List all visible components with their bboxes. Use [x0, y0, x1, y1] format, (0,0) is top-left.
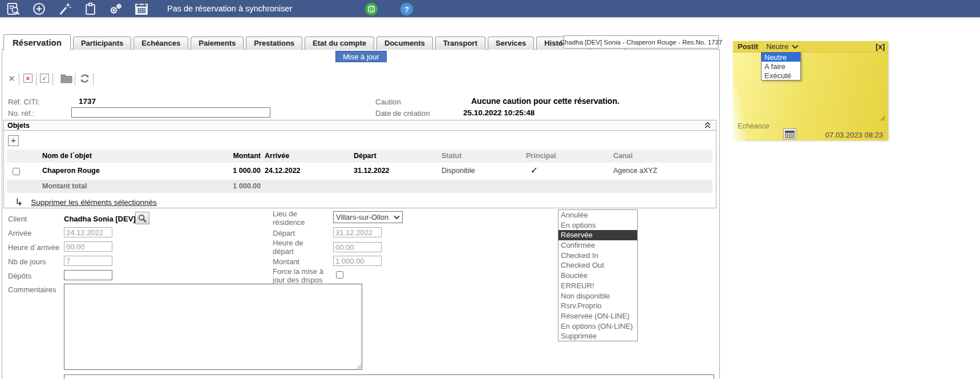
total-value: 1 000.00 [189, 182, 261, 190]
status-option-reservee[interactable]: Réservée [558, 230, 637, 240]
status-option-reservee-online[interactable]: Réservée (ON-LINE) [558, 311, 637, 321]
status-option-en-options-online[interactable]: En options (ON-LINE) [558, 321, 637, 332]
add-object-button[interactable]: + [8, 135, 19, 146]
depart-input [333, 227, 382, 237]
collapse-section-icon[interactable] [704, 122, 711, 129]
row-canal: Agence aXYZ [613, 167, 657, 175]
status-option-non-disponible[interactable]: Non disponible [558, 291, 637, 301]
sync-status-icon[interactable] [365, 3, 378, 15]
tab-echeances[interactable]: Echéances [133, 37, 188, 50]
postit-resize-handle[interactable] [878, 113, 885, 123]
app-window: Pas de réservation à synchroniser ? Rése… [0, 0, 980, 379]
postit-option-neutre[interactable]: Neutre [762, 53, 800, 62]
status-option-bouclee[interactable]: Bouclée [558, 271, 637, 281]
tab-transport[interactable]: Transport [435, 37, 485, 50]
creation-date-label: Date de création [375, 109, 430, 118]
chevron-down-icon [792, 45, 799, 49]
postit-option-execute[interactable]: Exécuté [762, 71, 800, 80]
branch-arrow-icon: ↳ [15, 196, 23, 208]
postit-header: Postit Neutre [x] [733, 41, 888, 53]
ref-citi-label: Réf. CITI: [8, 98, 40, 106]
postit-option-a-faire[interactable]: A faire [762, 62, 800, 71]
tab-participants[interactable]: Participants [73, 37, 131, 50]
depart-label: Départ [273, 229, 295, 237]
objets-title: Objets [4, 122, 30, 130]
heure-arrivee-input [64, 241, 112, 252]
force-dispos-label: Force la mise à jour des dispos [273, 267, 330, 284]
montant-label: Montant [273, 257, 299, 266]
status-option-annulee[interactable]: Annulée [558, 210, 637, 220]
refresh-icon[interactable] [79, 73, 90, 84]
update-button[interactable]: Mise à jour [335, 51, 387, 62]
nb-jours-input [64, 256, 112, 266]
table-total-row: Montant total 1 000.00 [7, 180, 712, 193]
reservation-search-icon[interactable] [6, 1, 21, 16]
status-option-checked-out[interactable]: Checked Out [558, 260, 637, 271]
col-canal: Canal [613, 152, 633, 160]
help-icon[interactable]: ? [400, 3, 413, 15]
postit-status-menu: Neutre A faire Exécuté [761, 52, 801, 80]
clipboard-icon[interactable] [83, 1, 98, 16]
table-row: Chaperon Rouge 1 000.00 24.12.2022 31.12… [7, 164, 712, 178]
cancel-x-icon[interactable]: ✕ [8, 74, 15, 84]
delete-reservation-icon[interactable]: ✕ [23, 74, 33, 83]
status-option-checked-in[interactable]: Checked In [558, 251, 637, 261]
status-option-erreur[interactable]: ERREUR! [558, 281, 637, 291]
objets-table-header: Nom de l´objet Montant Arrivée Départ St… [7, 150, 712, 163]
delete-selected-link[interactable]: Supprimer les éléments sélectionnés [31, 198, 157, 207]
status-option-rsrv-proprio[interactable]: Rsrv.Proprio [558, 301, 637, 311]
row-statut: Disponible [442, 167, 475, 175]
reservation-reference: Chadha [DEV] Sonia - Chaperon Rouge - Re… [564, 35, 719, 49]
client-value: Chadha Sonia [DEV] [64, 215, 136, 223]
tab-etat-du-compte[interactable]: Etat du compte [305, 37, 374, 50]
creation-date-value: 25.10.2022 10:25:48 [463, 108, 534, 117]
top-toolbar-icons [0, 1, 149, 16]
heure-arrivee-label: Heure d´arrivée [8, 243, 59, 252]
status-option-confirmee[interactable]: Confirmée [558, 240, 637, 251]
delete-selected-row: ↳ Supprimer les éléments sélectionnés [15, 196, 157, 208]
tab-bar: Réservation Participants Echéances Paiem… [3, 34, 625, 50]
client-search-icon[interactable] [135, 212, 149, 224]
sync-message: Pas de réservation à synchroniser [167, 4, 292, 13]
total-label: Montant total [42, 182, 87, 190]
heure-depart-label: Heure de départ [273, 239, 318, 256]
lieu-residence-select[interactable]: Villars-sur-Ollon [333, 211, 403, 223]
status-option-en-options[interactable]: En options [558, 220, 637, 231]
nb-jours-label: Nb de jours [8, 257, 46, 266]
next-field-input-clipped[interactable] [64, 374, 714, 379]
postit-title: Postit [738, 42, 758, 51]
row-montant: 1 000.00 [189, 167, 261, 175]
no-ref-input[interactable] [71, 107, 270, 118]
row-checkbox[interactable] [13, 168, 20, 175]
echeance-calendar-icon[interactable] [783, 128, 796, 139]
row-depart: 31.12.2022 [354, 167, 390, 175]
calendar-icon[interactable] [134, 1, 149, 16]
postit-status-dropdown[interactable]: Neutre [766, 42, 799, 51]
tab-documents[interactable]: Documents [376, 37, 433, 50]
row-arrivee: 24.12.2022 [265, 167, 301, 175]
tab-reservation[interactable]: Réservation [3, 34, 71, 50]
status-option-supprimee[interactable]: Supprimée [558, 331, 637, 341]
col-montant: Montant [189, 152, 261, 160]
depots-input[interactable] [64, 270, 112, 280]
arrivee-input [64, 227, 112, 237]
wizard-wand-icon[interactable] [57, 1, 72, 16]
folder-icon[interactable] [60, 73, 72, 83]
col-nom-objet: Nom de l´objet [42, 152, 92, 160]
col-statut: Statut [442, 152, 461, 160]
add-icon[interactable] [31, 1, 46, 16]
force-dispos-checkbox[interactable] [336, 271, 343, 279]
no-ref-label: No. réf.: [8, 109, 34, 118]
lieu-residence-label: Lieu de résidence [273, 209, 327, 227]
postit-note[interactable]: Postit Neutre [x] Neutre A faire Exécuté… [733, 41, 888, 140]
chevron-down-icon [394, 213, 400, 221]
settings-gears-icon[interactable] [108, 1, 123, 16]
postit-status-value: Neutre [766, 42, 788, 51]
commentaires-textarea[interactable] [64, 284, 362, 370]
caution-label: Caution [375, 98, 401, 106]
tab-services[interactable]: Services [488, 37, 534, 50]
tab-paiements[interactable]: Paiements [191, 37, 244, 50]
validate-icon[interactable]: ✓ [40, 74, 49, 83]
tab-prestations[interactable]: Prestations [246, 37, 302, 50]
postit-close-button[interactable]: [x] [876, 42, 885, 51]
